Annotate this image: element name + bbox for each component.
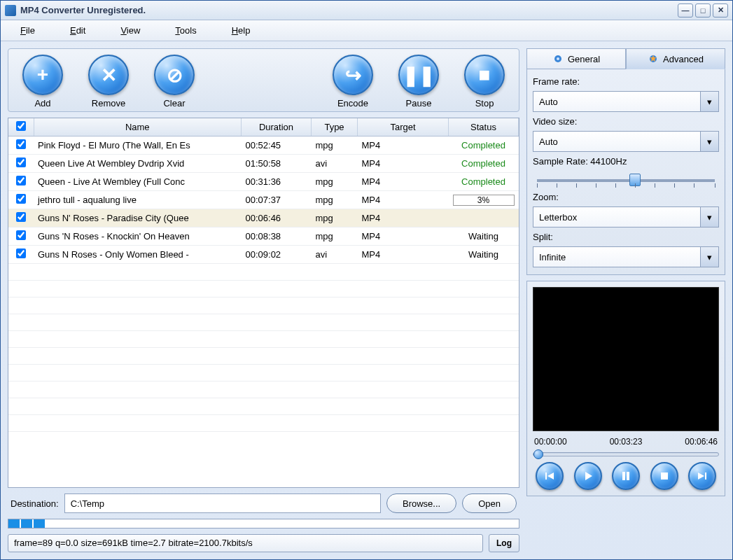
col-target[interactable]: Target [358, 118, 449, 136]
tab-advanced[interactable]: Advanced [626, 48, 725, 69]
x-icon: ✕ [88, 55, 129, 95]
status-text: frame=89 q=0.0 size=691kB time=2.7 bitra… [8, 534, 483, 552]
cell-target: MP4 [358, 136, 449, 155]
svg-rect-9 [661, 472, 668, 479]
header-checkbox[interactable] [16, 121, 26, 131]
sample-rate-label: Sample Rate: 44100Hz [533, 156, 719, 167]
menu-help[interactable]: Help [232, 25, 251, 36]
video-size-select[interactable]: Auto ▾ [533, 131, 719, 152]
svg-marker-10 [698, 472, 704, 479]
table-row-empty [8, 281, 519, 298]
cell-status: Completed [449, 173, 519, 191]
open-button[interactable]: Open [462, 493, 517, 513]
window-controls: — □ ✕ [678, 4, 728, 18]
frame-rate-select[interactable]: Auto ▾ [533, 91, 719, 112]
table-row[interactable]: Guns N Roses - Only Women Bleed - 00:09:… [8, 246, 519, 264]
maximize-button[interactable]: □ [695, 4, 711, 18]
table-row[interactable]: Guns 'N Roses - Knockin' On Heaven 00:08… [8, 227, 519, 246]
minimize-button[interactable]: — [678, 4, 693, 18]
close-button[interactable]: ✕ [713, 4, 728, 18]
gear-star-icon [648, 53, 659, 64]
stop-button[interactable]: ■ Stop [464, 55, 505, 108]
col-status[interactable]: Status [449, 118, 519, 136]
tab-general-label: General [568, 54, 600, 64]
menu-tools[interactable]: Tools [175, 25, 196, 36]
cell-duration: 00:52:45 [242, 136, 312, 155]
table-row-empty [8, 348, 519, 365]
row-checkbox[interactable] [16, 194, 26, 204]
row-checkbox[interactable] [16, 212, 26, 222]
tab-general[interactable]: General [526, 48, 626, 69]
play-button[interactable] [574, 462, 602, 490]
cell-name: Guns N' Roses - Paradise City (Quee [34, 209, 242, 227]
encode-button[interactable]: ↪ Encode [333, 55, 373, 108]
log-button[interactable]: Log [489, 534, 519, 552]
titlebar: MP4 Converter Unregistered. — □ ✕ [1, 1, 732, 20]
encode-label: Encode [337, 98, 368, 108]
file-table: Name Duration Type Target Status Pink Fl… [8, 118, 519, 488]
chevron-down-icon: ▾ [700, 207, 718, 227]
clear-button[interactable]: ⊘ Clear [154, 55, 195, 108]
cell-target: MP4 [358, 173, 449, 191]
cell-status: Waiting [449, 227, 519, 246]
cell-name: Queen Live At Wembley Dvdrip Xvid [34, 155, 242, 173]
statusbar: frame=89 q=0.0 size=691kB time=2.7 bitra… [8, 534, 519, 552]
row-checkbox[interactable] [16, 248, 26, 258]
frame-rate-value: Auto [539, 97, 558, 107]
tabs: General Advanced [526, 48, 725, 69]
stop-player-button[interactable] [650, 462, 678, 490]
zoom-select[interactable]: Letterbox ▾ [533, 206, 719, 227]
seek-bar[interactable] [533, 452, 719, 456]
menu-view[interactable]: View [120, 25, 140, 36]
cell-target: MP4 [358, 227, 449, 246]
zoom-value: Letterbox [539, 212, 577, 223]
cell-type: mpg [312, 191, 358, 209]
row-checkbox[interactable] [16, 230, 26, 240]
cell-type: mpg [312, 209, 358, 227]
table-row-empty [8, 331, 519, 348]
destination-input[interactable] [64, 493, 381, 513]
time-end: 00:06:46 [685, 437, 718, 447]
cell-duration: 00:09:02 [242, 246, 312, 264]
pause-label: Pause [406, 98, 432, 108]
prev-button[interactable] [536, 462, 564, 490]
cell-type: mpg [312, 227, 358, 246]
col-check[interactable] [8, 118, 34, 136]
menu-edit[interactable]: Edit [70, 25, 85, 36]
tab-advanced-label: Advanced [663, 54, 704, 64]
row-checkbox[interactable] [16, 139, 26, 149]
table-row[interactable]: Queen - Live At Wembley (Full Conc 00:31… [8, 173, 519, 191]
pause-button[interactable]: ❚❚ Pause [398, 55, 439, 108]
cell-name: Pink Floyd - El Muro (The Wall, En Es [34, 136, 242, 155]
table-row[interactable]: Guns N' Roses - Paradise City (Quee 00:0… [8, 209, 519, 227]
browse-button[interactable]: Browse... [386, 493, 456, 513]
cell-type: avi [312, 155, 358, 173]
row-checkbox[interactable] [16, 176, 26, 186]
col-type[interactable]: Type [312, 118, 358, 136]
stop-label: Stop [475, 98, 494, 108]
seek-thumb[interactable] [533, 449, 543, 459]
col-name[interactable]: Name [34, 118, 242, 136]
col-duration[interactable]: Duration [242, 118, 312, 136]
progress-bar [8, 519, 519, 528]
right-panel: General Advanced Frame rate: Auto ▾ Vide… [526, 48, 725, 552]
table-row-empty [8, 264, 519, 281]
encode-icon: ↪ [333, 55, 373, 95]
cell-name: Guns N Roses - Only Women Bleed - [34, 246, 242, 264]
remove-button[interactable]: ✕ Remove [88, 55, 129, 108]
pause-icon: ❚❚ [398, 55, 439, 95]
next-button[interactable] [688, 462, 716, 490]
pause-player-button[interactable] [612, 462, 640, 490]
time-start: 00:00:00 [534, 437, 567, 447]
sample-rate-slider[interactable] [537, 179, 715, 182]
row-checkbox[interactable] [16, 158, 26, 167]
table-row[interactable]: Pink Floyd - El Muro (The Wall, En Es 00… [8, 136, 519, 155]
time-row: 00:00:00 00:03:23 00:06:46 [533, 437, 719, 447]
table-row[interactable]: jethro tull - aqualung live 00:07:37 mpg… [8, 191, 519, 209]
table-row[interactable]: Queen Live At Wembley Dvdrip Xvid 01:50:… [8, 155, 519, 173]
split-select[interactable]: Infinite ▾ [533, 246, 719, 267]
plus-icon: + [22, 55, 63, 95]
add-button[interactable]: + Add [22, 55, 63, 108]
menu-file[interactable]: File [20, 25, 35, 36]
app-icon [5, 5, 16, 16]
